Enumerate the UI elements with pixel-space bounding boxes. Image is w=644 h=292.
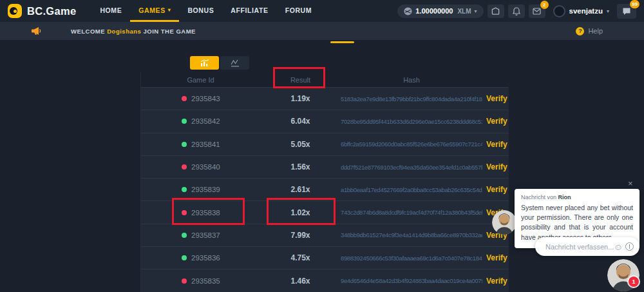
messages-button[interactable]: 2 <box>529 5 545 18</box>
username: svenjatzu <box>569 7 603 15</box>
verify-link[interactable]: Verify <box>482 162 509 171</box>
hash-value: 348bb9db61527e4c9f3e4a1414d9b8ba66ce8970… <box>341 231 482 238</box>
nav-item-home[interactable]: HOME▾ <box>91 0 130 22</box>
result-value: 1.46x <box>260 277 341 286</box>
chat-sender-avatar <box>492 210 516 235</box>
table-row: 2935835 1.46x 9e4d6546d4e58a42d3b4f92488… <box>141 269 509 291</box>
hash-value: a1bb0eaaf17ed4527669f2a0bba8cc53abab26c6… <box>341 186 482 193</box>
game-id-cell: 2935840 <box>141 163 260 171</box>
navbar-right: 1.00000000 XLM ▾ 2 <box>397 0 636 22</box>
welcome-label: WELCOME <box>71 28 105 35</box>
user-menu[interactable]: svenjatzu ▾ <box>553 5 609 17</box>
brand-name: BC.Game <box>27 5 76 17</box>
status-dot <box>182 233 187 238</box>
verify-link[interactable]: Verify <box>482 185 509 194</box>
status-dot <box>182 210 187 215</box>
nav-item-affiliate[interactable]: AFFILIATE▾ <box>222 0 276 22</box>
nav-item-games[interactable]: GAMES▾ <box>130 0 179 22</box>
table-row: 2935840 1.56x ddd7f521e87769103ecf94ea35… <box>141 155 509 178</box>
nav-item-label: GAMES <box>138 6 166 14</box>
status-dot <box>182 278 187 284</box>
notifications-button[interactable] <box>508 5 525 18</box>
table-row: 2935836 4.75x 8988392450666c53f30afaaaea… <box>141 246 509 269</box>
game-id-cell: 2935838 <box>141 209 260 217</box>
emoji-icon[interactable]: ☺ <box>614 242 623 251</box>
balance-selector[interactable]: 1.00000000 XLM ▾ <box>397 5 483 18</box>
megaphone-icon <box>31 26 42 35</box>
nav-item-forum[interactable]: FORUM▾ <box>277 0 321 22</box>
attachment-icon[interactable] <box>625 242 634 251</box>
chat-meta-prefix: Nachricht von <box>521 194 556 200</box>
main-nav: HOME▾GAMES▾BONUS▾AFFILIATE▾FORUM▾ <box>91 0 320 22</box>
currency-caret-icon: ▾ <box>475 8 477 14</box>
trends-toggle[interactable] <box>220 56 249 70</box>
trend-line-icon <box>231 59 240 67</box>
nav-item-label: HOME <box>100 6 122 14</box>
table-row: 2935837 7.99x 348bb9db61527e4c9f3e4a1414… <box>141 224 509 246</box>
game-id-value: 2935842 <box>191 117 220 125</box>
status-dot <box>182 119 187 124</box>
game-id-value: 2935841 <box>191 141 220 148</box>
verify-link[interactable]: Verify <box>482 94 509 103</box>
wallet-icon <box>491 7 500 15</box>
verify-link[interactable]: Verify <box>482 253 509 262</box>
announcement-bar: WELCOME Dogishans JOIN THE GAME ? Help <box>0 22 644 40</box>
game-id-cell: 2935839 <box>141 186 260 193</box>
wallet-button[interactable] <box>488 5 504 18</box>
bell-icon <box>513 7 520 15</box>
header-game-id: Game Id <box>141 76 260 84</box>
nav-item-bonus[interactable]: BONUS▾ <box>179 0 222 22</box>
verify-link[interactable]: Verify <box>482 277 509 286</box>
table-row: 2935843 1.19x 5183a2ea7e9d8e13fb79bbf21b… <box>141 87 509 110</box>
verify-link[interactable]: Verify <box>482 117 509 126</box>
hash-value: 743c2d874b6d8a8dcdf9fc19acf4d70f74f12a38… <box>341 209 482 216</box>
bc-game-page: BC.Game HOME▾GAMES▾BONUS▾AFFILIATE▾FORUM… <box>0 0 644 292</box>
balance-amount: 1.00000000 <box>415 7 453 15</box>
hash-value: 7028be95dd95f441b633d6d296e0ae15cc6238dd… <box>341 118 482 125</box>
top-navbar: BC.Game HOME▾GAMES▾BONUS▾AFFILIATE▾FORUM… <box>0 0 644 22</box>
currency-label: XLM <box>457 8 471 15</box>
brand[interactable]: BC.Game <box>8 0 76 22</box>
result-value: 1.56x <box>260 162 341 171</box>
game-id-cell: 2935843 <box>141 95 260 102</box>
announcement-text: WELCOME Dogishans JOIN THE GAME <box>71 28 196 35</box>
messages-badge: 2 <box>540 1 549 9</box>
result-value: 1.19x <box>260 94 341 103</box>
chat-input-bar: ☺ <box>535 237 639 256</box>
verify-link[interactable]: Verify <box>482 140 509 149</box>
status-dot <box>182 187 187 192</box>
chat-input[interactable] <box>535 243 614 251</box>
chat-bubble-icon <box>622 7 631 15</box>
site-chat-button[interactable]: 99 <box>617 4 636 19</box>
bar-chart-icon <box>200 59 209 67</box>
dropdown-caret-icon: ▾ <box>168 7 171 13</box>
user-avatar <box>553 5 565 17</box>
help-label: Help <box>588 27 603 35</box>
chat-close-icon[interactable]: × <box>628 179 633 188</box>
table-row: 2935838 1.02x 743c2d874b6d8a8dcdf9fc19ac… <box>141 200 509 223</box>
result-value: 6.04x <box>260 117 341 126</box>
hash-value: 8988392450666c53f30afaaaea69c1d6a7c0407e… <box>341 255 482 262</box>
result-value: 1.02x <box>260 208 341 217</box>
table-row: 2935841 5.05x 6bffc2a59159d2060d0abc85f5… <box>141 133 509 155</box>
envelope-icon <box>533 8 541 15</box>
join-label: JOIN THE GAME <box>143 28 195 35</box>
help-link[interactable]: ? Help <box>576 27 603 35</box>
chat-message-text: System never placed any bet without your… <box>521 203 633 242</box>
status-dot <box>182 255 187 260</box>
status-dot <box>182 96 187 101</box>
result-value: 4.75x <box>260 253 341 262</box>
game-id-cell: 2935842 <box>141 117 260 125</box>
game-id-cell: 2935841 <box>141 141 260 148</box>
header-result: Result <box>260 76 341 84</box>
nav-item-label: AFFILIATE <box>231 6 268 14</box>
nav-item-label: BONUS <box>187 6 214 14</box>
table-row: 2935842 6.04x 7028be95dd95f441b633d6d296… <box>141 110 509 132</box>
game-id-value: 2935843 <box>191 95 220 102</box>
table-header-row: Game Id Result Hash <box>141 72 509 87</box>
table-body: 2935843 1.19x 5183a2ea7e9d8e13fb79bbf21b… <box>141 87 509 292</box>
chat-unread-badge: 1 <box>629 277 639 287</box>
welcomed-username[interactable]: Dogishans <box>107 28 141 35</box>
game-id-value: 2935839 <box>191 186 220 193</box>
my-bets-toggle[interactable] <box>190 56 219 70</box>
